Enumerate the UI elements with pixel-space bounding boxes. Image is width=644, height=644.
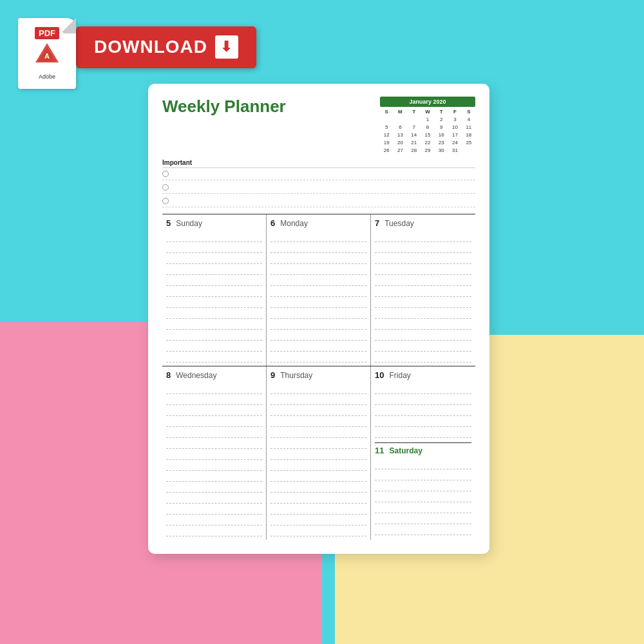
line-row: [375, 470, 471, 480]
line-row: [375, 298, 471, 308]
line-row: [270, 352, 366, 363]
line-row: [270, 417, 366, 427]
saturday-name: Saturday: [389, 446, 422, 455]
line-row: [270, 482, 366, 493]
svg-text:A: A: [44, 52, 50, 60]
day-name-text: Friday: [389, 371, 410, 380]
line-row: [270, 265, 366, 275]
line-row: [375, 341, 471, 352]
calendar-grid: SMTWTFS123456789101112131415161718192021…: [380, 108, 475, 154]
day-cell-sunday: 5 Sunday: [162, 214, 267, 366]
line-row: [166, 471, 262, 482]
friday-section: 10 Friday: [375, 370, 471, 443]
line-row: [375, 492, 471, 502]
checkbox-1[interactable]: [162, 171, 169, 177]
day-name-text: Monday: [280, 219, 308, 228]
line-row: [375, 254, 471, 264]
line-row: [375, 276, 471, 286]
day-number: 6: [270, 218, 275, 228]
calendar-month-year: January 2020: [380, 97, 475, 107]
day-cell-tuesday: 7 Tuesday: [371, 214, 475, 366]
saturday-header: 11 Saturday: [375, 446, 471, 455]
line-row: [375, 525, 471, 535]
line-row: [375, 232, 471, 242]
line-row: [166, 504, 262, 515]
line-row: [270, 460, 366, 471]
line-row: [166, 406, 262, 416]
line-row: [166, 515, 262, 526]
line-row: [375, 287, 471, 297]
day-cell-thursday: 9 Thursday: [267, 366, 371, 540]
line-row: [166, 439, 262, 449]
line-row: [166, 265, 262, 275]
line-row: [375, 395, 471, 405]
checkbox-3[interactable]: [162, 198, 169, 204]
line-row: [166, 417, 262, 427]
day-name-text: Sunday: [176, 219, 202, 228]
day-header: 8 Wednesday: [166, 370, 262, 380]
line-row: [270, 471, 366, 482]
friday-saturday-cell: 10 Friday 11 Saturday: [375, 370, 471, 536]
line-row: [270, 341, 366, 352]
line-row: [375, 308, 471, 319]
saturday-section: 11 Saturday: [375, 446, 471, 536]
line-row: [166, 460, 262, 471]
line-row: [375, 319, 471, 330]
day-number: 10: [375, 370, 384, 380]
line-row: [166, 276, 262, 286]
pdf-banner: PDF A Adobe DOWNLOAD ⬇: [18, 18, 256, 89]
days-row-2: 8 Wednesday 9 Thursday 10 Friday: [162, 366, 475, 540]
line-row: [270, 493, 366, 504]
line-row: [166, 287, 262, 297]
line-row: [166, 330, 262, 341]
pdf-icon: PDF A Adobe: [18, 18, 76, 89]
important-item-3: [162, 198, 475, 207]
line-row: [270, 232, 366, 242]
line-row: [270, 428, 366, 438]
line-row: [270, 450, 366, 460]
day-header: 10 Friday: [375, 370, 471, 380]
pdf-label: PDF: [35, 27, 59, 39]
checkbox-2[interactable]: [162, 184, 169, 191]
line-row: [375, 352, 471, 363]
day-cell-wednesday: 8 Wednesday: [162, 366, 267, 540]
adobe-text: Adobe: [39, 73, 55, 80]
line-row: [166, 243, 262, 253]
day-number: 5: [166, 218, 171, 228]
line-row: [166, 308, 262, 319]
line-row: [166, 428, 262, 438]
planner-document: Weekly Planner January 2020 SMTWTFS12345…: [148, 84, 489, 554]
line-row: [166, 493, 262, 504]
download-button[interactable]: DOWNLOAD ⬇: [76, 26, 256, 68]
line-row: [270, 319, 366, 330]
line-row: [166, 395, 262, 405]
line-row: [166, 384, 262, 394]
day-number: 8: [166, 370, 171, 380]
line-row: [270, 406, 366, 416]
line-row: [166, 450, 262, 460]
line-row: [270, 330, 366, 341]
days-row-1: 5 Sunday 6 Monday 7 Tuesday: [162, 214, 475, 366]
line-row: [375, 514, 471, 524]
day-number: 7: [375, 218, 379, 228]
line-row: [270, 439, 366, 449]
day-cell-monday: 6 Monday: [267, 214, 371, 366]
line-row: [166, 482, 262, 493]
important-label: Important: [162, 159, 475, 168]
mini-calendar: January 2020 SMTWTFS12345678910111213141…: [380, 97, 475, 154]
line-row: [166, 352, 262, 363]
line-row: [270, 504, 366, 515]
day-name-text: Thursday: [280, 371, 312, 380]
planner-title: Weekly Planner: [162, 97, 286, 117]
line-row: [166, 526, 262, 536]
line-row: [375, 330, 471, 341]
line-row: [270, 526, 366, 536]
line-row: [375, 265, 471, 275]
line-row: [375, 481, 471, 491]
line-row: [270, 384, 366, 394]
important-item-2: [162, 184, 475, 194]
line-row: [375, 243, 471, 253]
day-header: 5 Sunday: [166, 218, 262, 228]
line-row: [270, 243, 366, 253]
day-header: 7 Tuesday: [375, 218, 471, 228]
